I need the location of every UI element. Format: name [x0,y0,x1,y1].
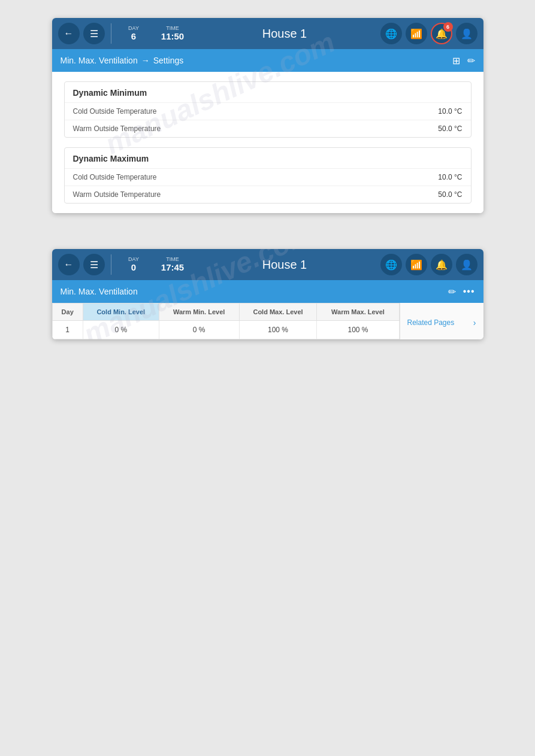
panel1-content: Dynamic Minimum Cold Outside Temperature… [52,72,483,213]
back-button-1[interactable]: ← [58,23,80,44]
page-wrapper: manualshlive.com ← ☰ DAY 6 TIME 11:50 Ho… [0,0,535,756]
section-title-maximum: Dynamic Maximum [65,148,471,168]
warm-temp-label-min: Warm Outside Temperature [73,125,161,133]
day-label-2: DAY [128,256,139,263]
bell-button-2[interactable]: 🔔 [431,254,452,275]
section-row-warm-min: Warm Outside Temperature 50.0 °C [65,120,471,137]
edit-icon-2[interactable]: ✏ [448,286,456,297]
related-pages-label: Related Pages [407,318,455,327]
section-row-cold-max: Cold Outside Temperature 10.0 °C [65,168,471,186]
face-icon-2: 👤 [461,259,473,271]
cold-temp-label-min: Cold Outside Temperature [73,107,157,116]
cold-temp-label-max: Cold Outside Temperature [73,173,157,181]
day-block-2: DAY 0 [117,256,150,274]
wifi-icon-2: 📶 [410,259,422,271]
bc-section-1: Settings [153,56,184,65]
section-row-cold-min: Cold Outside Temperature 10.0 °C [65,102,471,120]
panel2-breadcrumb: Min. Max. Ventilation ✏ ••• [52,280,483,303]
menu-icon-1: ☰ [90,28,98,40]
bc-arrow-1: → [141,56,150,65]
globe-icon-1: 🌐 [385,28,397,40]
panel2-table-container: Day Cold Min. Level Warm Min. Level Cold… [52,303,483,339]
panel1-breadcrumb: Min. Max. Ventilation → Settings ⊞ ✏ [52,49,483,72]
day-value-2: 0 [131,262,136,273]
divider-2 [111,254,111,275]
th-warm-max: Warm Max. Level [317,303,399,321]
td-cold-min-1: 0 % [83,321,159,339]
td-cold-max-1: 100 % [239,321,317,339]
menu-button-1[interactable]: ☰ [83,23,105,44]
globe-icon-2: 🌐 [385,259,397,271]
related-sidebar: Related Pages › [400,303,483,339]
cold-temp-value-max: 10.0 °C [438,173,462,181]
table-header-row: Day Cold Min. Level Warm Min. Level Cold… [52,303,399,321]
td-warm-min-1: 0 % [159,321,239,339]
back-icon-2: ← [64,259,74,270]
bell-button-1[interactable]: 🔔 6 [431,23,452,44]
th-warm-min: Warm Min. Level [159,303,239,321]
panel-1: manualshlive.com ← ☰ DAY 6 TIME 11:50 Ho… [52,18,483,213]
day-block-1: DAY 6 [117,25,150,42]
section-dynamic-maximum: Dynamic Maximum Cold Outside Temperature… [64,147,471,204]
bc-page-1: Min. Max. Ventilation [61,56,138,65]
panel1-title: House 1 [193,27,377,41]
day-time-group-2: DAY 0 TIME 17:45 [117,256,189,274]
bell-icon-2: 🔔 [436,259,448,271]
face-icon-1: 👤 [461,28,473,40]
td-day-1: 1 [52,321,83,339]
panel1-header: ← ☰ DAY 6 TIME 11:50 House 1 🌐 [52,18,483,49]
time-value-2: 17:45 [161,262,184,273]
time-label-1: TIME [166,25,179,32]
cold-temp-value-min: 10.0 °C [438,107,462,116]
panel-2: manualshlive.com ← ☰ DAY 0 TIME 17:45 Ho… [52,249,483,339]
edit-icon-1[interactable]: ✏ [467,55,475,66]
td-warm-max-1: 100 % [317,321,399,339]
day-value-1: 6 [131,31,136,42]
th-day: Day [52,303,83,321]
time-block-1: TIME 11:50 [156,25,189,42]
th-cold-max: Cold Max. Level [239,303,317,321]
related-pages-item[interactable]: Related Pages › [400,312,483,333]
table-row-1[interactable]: 1 0 % 0 % 100 % 100 % [52,321,399,339]
table-section-2: Day Cold Min. Level Warm Min. Level Cold… [52,303,400,339]
face-button-2[interactable]: 👤 [456,254,477,275]
back-icon-1: ← [64,28,74,39]
globe-button-1[interactable]: 🌐 [380,23,402,44]
wifi-button-1[interactable]: 📶 [406,23,427,44]
th-cold-min: Cold Min. Level [83,303,159,321]
time-value-1: 11:50 [161,31,184,42]
time-block-2: TIME 17:45 [156,256,189,274]
bc-page-2: Min. Max. Ventilation [61,287,138,296]
globe-button-2[interactable]: 🌐 [380,254,402,275]
warm-temp-label-max: Warm Outside Temperature [73,190,161,199]
panel2-title: House 1 [193,258,377,272]
wifi-button-2[interactable]: 📶 [406,254,427,275]
menu-button-2[interactable]: ☰ [83,254,105,275]
warm-temp-value-min: 50.0 °C [438,125,462,133]
day-label-1: DAY [128,25,139,32]
panel2-header: ← ☰ DAY 0 TIME 17:45 House 1 🌐 [52,249,483,280]
section-row-warm-max: Warm Outside Temperature 50.0 °C [65,186,471,203]
menu-icon-2: ☰ [90,259,98,271]
wifi-icon-1: 📶 [410,28,422,40]
face-button-1[interactable]: 👤 [456,23,477,44]
time-label-2: TIME [166,256,179,263]
day-time-group-1: DAY 6 TIME 11:50 [117,25,189,42]
section-title-minimum: Dynamic Minimum [65,82,471,102]
back-button-2[interactable]: ← [58,254,80,275]
section-dynamic-minimum: Dynamic Minimum Cold Outside Temperature… [64,81,471,138]
warm-temp-value-max: 50.0 °C [438,190,462,199]
divider-1 [111,23,111,44]
more-icon-2[interactable]: ••• [463,286,475,297]
grid-icon-1[interactable]: ⊞ [452,55,460,66]
alert-badge-1: 6 [443,22,453,32]
data-table-2: Day Cold Min. Level Warm Min. Level Cold… [52,303,400,339]
related-pages-arrow: › [473,318,476,327]
